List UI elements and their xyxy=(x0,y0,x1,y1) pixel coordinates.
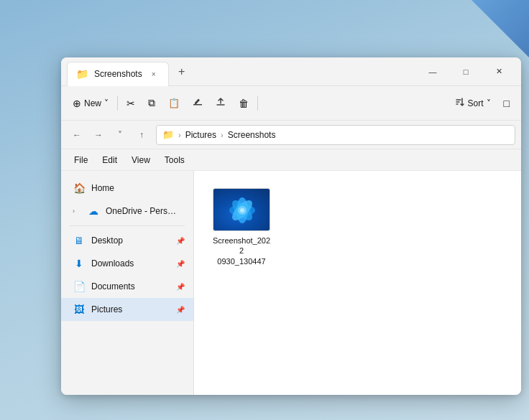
back-icon: ← xyxy=(73,130,81,140)
toolbar-separator-2 xyxy=(257,96,258,111)
sidebar: 🏠 Home › ☁ OneDrive - Pers… 🖥 Desktop 📌 … xyxy=(61,171,194,395)
window-controls: — □ ✕ xyxy=(416,60,515,84)
view-button[interactable]: □ xyxy=(498,91,515,116)
address-bar[interactable]: 📁 › Pictures › Screenshots xyxy=(156,125,515,145)
pictures-icon: 🖼 xyxy=(73,304,86,315)
downloads-icon: ⬇ xyxy=(73,258,86,269)
toolbar: ⊕ New ˅ ✂ ⧉ 📋 xyxy=(61,86,521,121)
desktop-icon: 🖥 xyxy=(73,235,86,246)
sort-icon xyxy=(455,97,465,109)
documents-icon: 📄 xyxy=(73,281,86,292)
sort-label: Sort xyxy=(468,98,484,108)
tab-title: Screenshots xyxy=(94,69,142,79)
cut-button[interactable]: ✂ xyxy=(121,91,141,116)
copy-icon: ⧉ xyxy=(148,97,155,109)
sidebar-documents-label: Documents xyxy=(91,281,170,291)
active-tab[interactable]: 📁 Screenshots × xyxy=(67,62,169,86)
dropdown-button[interactable]: ˅ xyxy=(110,125,130,145)
downloads-pin-icon: 📌 xyxy=(176,260,185,268)
address-pictures[interactable]: Pictures xyxy=(185,130,216,140)
address-folder-icon: 📁 xyxy=(162,129,174,140)
sidebar-item-downloads[interactable]: ⬇ Downloads 📌 xyxy=(61,252,193,275)
new-tab-button[interactable]: + xyxy=(172,62,192,82)
menu-view[interactable]: View xyxy=(124,152,157,168)
desktop-pin-icon: 📌 xyxy=(176,237,185,245)
tab-folder-icon: 📁 xyxy=(76,68,88,80)
sort-button[interactable]: Sort ˅ xyxy=(449,91,497,116)
sidebar-home-label: Home xyxy=(91,183,185,193)
menu-file[interactable]: File xyxy=(67,152,95,168)
sidebar-downloads-label: Downloads xyxy=(91,258,170,269)
svg-rect-0 xyxy=(193,104,202,106)
home-icon: 🏠 xyxy=(73,182,86,194)
file-item-screenshot[interactable]: Screenshot_20220930_130447 xyxy=(206,182,277,272)
menu-bar: File Edit View Tools xyxy=(61,149,521,171)
sort-chevron: ˅ xyxy=(487,98,491,108)
sidebar-item-documents[interactable]: 📄 Documents 📌 xyxy=(61,275,193,298)
address-screenshots[interactable]: Screenshots xyxy=(228,130,276,140)
sidebar-divider xyxy=(70,225,185,226)
paste-button[interactable]: 📋 xyxy=(162,91,185,116)
minimize-button[interactable]: — xyxy=(416,60,449,84)
onedrive-icon: ☁ xyxy=(87,205,100,217)
sidebar-pictures-label: Pictures xyxy=(91,304,170,314)
up-icon: ↑ xyxy=(139,130,144,140)
delete-icon: 🗑 xyxy=(239,98,249,109)
onedrive-chevron-icon: › xyxy=(73,207,80,215)
content-area: 🏠 Home › ☁ OneDrive - Pers… 🖥 Desktop 📌 … xyxy=(61,171,521,395)
svg-point-8 xyxy=(240,208,244,213)
nav-bar: ← → ˅ ↑ 📁 › Pictures › Screenshots xyxy=(61,121,521,149)
documents-pin-icon: 📌 xyxy=(176,283,185,291)
rename-icon xyxy=(193,97,203,109)
back-button[interactable]: ← xyxy=(67,125,87,145)
toolbar-separator-1 xyxy=(117,96,118,111)
close-button[interactable]: ✕ xyxy=(482,60,515,84)
share-button[interactable] xyxy=(210,91,231,116)
file-explorer-window: 📁 Screenshots × + — □ ✕ ⊕ New ˅ ✂ ⧉ 📋 xyxy=(61,57,521,395)
sidebar-item-pictures[interactable]: 🖼 Pictures 📌 xyxy=(61,298,193,321)
maximize-button[interactable]: □ xyxy=(449,60,482,84)
share-icon xyxy=(216,97,226,109)
sidebar-item-onedrive[interactable]: › ☁ OneDrive - Pers… xyxy=(61,200,193,223)
pictures-pin-icon: 📌 xyxy=(176,306,185,314)
copy-button[interactable]: ⧉ xyxy=(142,91,161,116)
view-icon: □ xyxy=(504,98,510,109)
sidebar-item-desktop[interactable]: 🖥 Desktop 📌 xyxy=(61,229,193,252)
forward-button[interactable]: → xyxy=(88,125,109,145)
menu-tools[interactable]: Tools xyxy=(157,152,192,168)
sidebar-desktop-label: Desktop xyxy=(91,235,170,246)
file-name: Screenshot_20220930_130447 xyxy=(211,235,272,266)
sidebar-onedrive-label: OneDrive - Pers… xyxy=(106,206,185,216)
new-chevron: ˅ xyxy=(104,98,109,108)
cut-icon: ✂ xyxy=(126,98,135,109)
delete-button[interactable]: 🗑 xyxy=(233,91,254,116)
file-area: Screenshot_20220930_130447 xyxy=(194,171,521,395)
new-label: New xyxy=(84,98,101,108)
dropdown-icon: ˅ xyxy=(118,130,122,140)
address-separator-1: › xyxy=(178,131,181,139)
title-bar: 📁 Screenshots × + — □ ✕ xyxy=(61,57,521,86)
sidebar-item-home[interactable]: 🏠 Home xyxy=(61,177,193,200)
file-thumbnail xyxy=(213,188,270,231)
new-button[interactable]: ⊕ New ˅ xyxy=(67,91,114,116)
up-button[interactable]: ↑ xyxy=(132,125,152,145)
tab-close-button[interactable]: × xyxy=(148,68,160,80)
forward-icon: → xyxy=(94,130,103,140)
paste-icon: 📋 xyxy=(168,98,180,108)
rename-button[interactable] xyxy=(187,91,208,116)
address-separator-2: › xyxy=(221,131,224,139)
new-plus-icon: ⊕ xyxy=(73,98,81,109)
menu-edit[interactable]: Edit xyxy=(95,152,124,168)
